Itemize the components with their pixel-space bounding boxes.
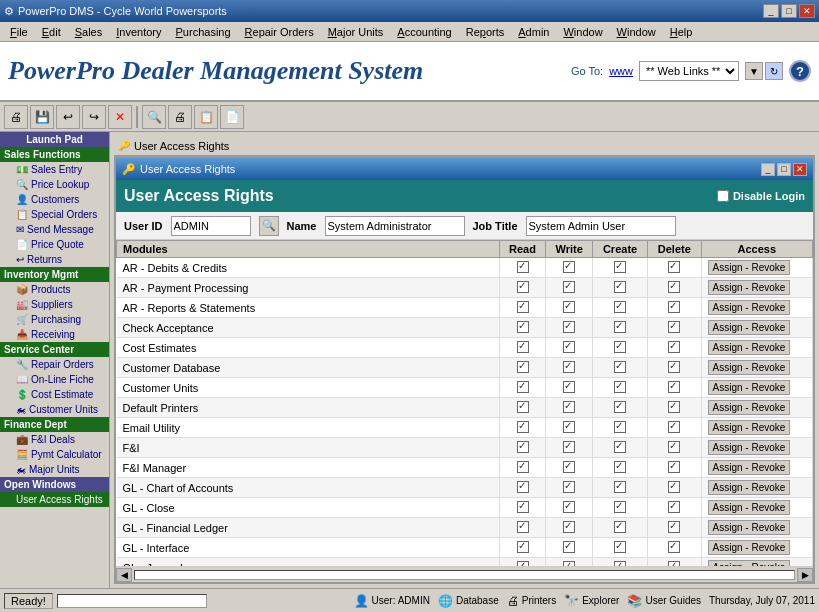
create-cell[interactable] [593, 318, 648, 338]
write-cell[interactable] [546, 338, 593, 358]
write-checkbox[interactable] [563, 481, 575, 493]
toolbar-btn-3[interactable]: ↩ [56, 105, 80, 129]
write-checkbox[interactable] [563, 361, 575, 373]
scroll-right-btn[interactable]: ▶ [797, 568, 813, 582]
user-id-input[interactable] [171, 216, 251, 236]
sidebar-item-price-lookup[interactable]: 🔍Price Lookup [0, 177, 109, 192]
sidebar-item-pymt-calculator[interactable]: 🧮Pymt Calculator [0, 447, 109, 462]
delete-checkbox[interactable] [668, 521, 680, 533]
uar-close-btn[interactable]: ✕ [793, 163, 807, 176]
create-checkbox[interactable] [614, 361, 626, 373]
create-cell[interactable] [593, 338, 648, 358]
sidebar-item-sales-entry[interactable]: 💵Sales Entry [0, 162, 109, 177]
read-cell[interactable] [499, 298, 545, 318]
create-checkbox[interactable] [614, 481, 626, 493]
create-checkbox[interactable] [614, 441, 626, 453]
sidebar-item-major-units[interactable]: 🏍Major Units [0, 462, 109, 477]
menu-reports[interactable]: Reports [460, 24, 511, 40]
sidebar-item-price-quote[interactable]: 📄Price Quote [0, 237, 109, 252]
write-cell[interactable] [546, 318, 593, 338]
delete-checkbox[interactable] [668, 541, 680, 553]
write-checkbox[interactable] [563, 281, 575, 293]
assign-revoke-button[interactable]: Assign - Revoke [708, 480, 791, 495]
delete-checkbox[interactable] [668, 361, 680, 373]
read-checkbox[interactable] [517, 321, 529, 333]
minimize-button[interactable]: _ [763, 4, 779, 18]
delete-cell[interactable] [648, 338, 702, 358]
write-cell[interactable] [546, 418, 593, 438]
weblinks-arrow[interactable]: ▼ [745, 62, 763, 80]
read-checkbox[interactable] [517, 341, 529, 353]
delete-checkbox[interactable] [668, 501, 680, 513]
menu-admin[interactable]: Admin [512, 24, 555, 40]
read-cell[interactable] [499, 558, 545, 567]
delete-checkbox[interactable] [668, 421, 680, 433]
status-user[interactable]: 👤 User: ADMIN [354, 594, 430, 608]
write-checkbox[interactable] [563, 421, 575, 433]
delete-cell[interactable] [648, 378, 702, 398]
assign-revoke-button[interactable]: Assign - Revoke [708, 340, 791, 355]
sidebar-item-cost-estimate[interactable]: 💲Cost Estimate [0, 387, 109, 402]
write-cell[interactable] [546, 558, 593, 567]
sidebar-item-online-fiche[interactable]: 📖On-Line Fiche [0, 372, 109, 387]
create-cell[interactable] [593, 278, 648, 298]
assign-revoke-button[interactable]: Assign - Revoke [708, 400, 791, 415]
delete-checkbox[interactable] [668, 381, 680, 393]
sidebar-section-sales[interactable]: Sales Functions [0, 147, 109, 162]
delete-cell[interactable] [648, 258, 702, 278]
create-cell[interactable] [593, 438, 648, 458]
sidebar-section-finance[interactable]: Finance Dept [0, 417, 109, 432]
write-checkbox[interactable] [563, 301, 575, 313]
delete-checkbox[interactable] [668, 441, 680, 453]
disable-login-area[interactable]: Disable Login [717, 190, 805, 202]
sidebar-item-fi-deals[interactable]: 💼F&I Deals [0, 432, 109, 447]
title-bar-controls[interactable]: _ □ ✕ [763, 4, 815, 18]
goto-www[interactable]: www [609, 65, 633, 77]
sidebar-item-user-access-rights[interactable]: User Access Rights [0, 492, 109, 507]
create-cell[interactable] [593, 538, 648, 558]
delete-cell[interactable] [648, 278, 702, 298]
read-checkbox[interactable] [517, 521, 529, 533]
job-title-input[interactable] [526, 216, 676, 236]
create-cell[interactable] [593, 518, 648, 538]
write-cell[interactable] [546, 358, 593, 378]
read-checkbox[interactable] [517, 261, 529, 273]
write-checkbox[interactable] [563, 341, 575, 353]
maximize-button[interactable]: □ [781, 4, 797, 18]
status-database[interactable]: 🌐 Database [438, 594, 499, 608]
delete-checkbox[interactable] [668, 461, 680, 473]
read-cell[interactable] [499, 258, 545, 278]
read-checkbox[interactable] [517, 441, 529, 453]
write-checkbox[interactable] [563, 501, 575, 513]
assign-revoke-button[interactable]: Assign - Revoke [708, 260, 791, 275]
horizontal-scrollbar[interactable]: ◀ ▶ [116, 566, 813, 582]
delete-checkbox[interactable] [668, 481, 680, 493]
sidebar-item-special-orders[interactable]: 📋Special Orders [0, 207, 109, 222]
read-checkbox[interactable] [517, 541, 529, 553]
menu-purchasing[interactable]: Purchasing [170, 24, 237, 40]
read-cell[interactable] [499, 378, 545, 398]
read-checkbox[interactable] [517, 281, 529, 293]
create-cell[interactable] [593, 418, 648, 438]
assign-revoke-button[interactable]: Assign - Revoke [708, 320, 791, 335]
write-checkbox[interactable] [563, 541, 575, 553]
delete-cell[interactable] [648, 538, 702, 558]
read-cell[interactable] [499, 278, 545, 298]
status-explorer[interactable]: 🔭 Explorer [564, 594, 619, 608]
read-checkbox[interactable] [517, 501, 529, 513]
status-printers[interactable]: 🖨 Printers [507, 594, 556, 608]
write-cell[interactable] [546, 538, 593, 558]
read-cell[interactable] [499, 478, 545, 498]
read-checkbox[interactable] [517, 461, 529, 473]
delete-cell[interactable] [648, 298, 702, 318]
sidebar-item-returns[interactable]: ↩Returns [0, 252, 109, 267]
assign-revoke-button[interactable]: Assign - Revoke [708, 300, 791, 315]
assign-revoke-button[interactable]: Assign - Revoke [708, 500, 791, 515]
write-checkbox[interactable] [563, 441, 575, 453]
uar-title-controls[interactable]: _ □ ✕ [761, 163, 807, 176]
assign-revoke-button[interactable]: Assign - Revoke [708, 540, 791, 555]
assign-revoke-button[interactable]: Assign - Revoke [708, 520, 791, 535]
sidebar-item-customers[interactable]: 👤Customers [0, 192, 109, 207]
read-cell[interactable] [499, 438, 545, 458]
menu-accounting[interactable]: Accounting [391, 24, 457, 40]
